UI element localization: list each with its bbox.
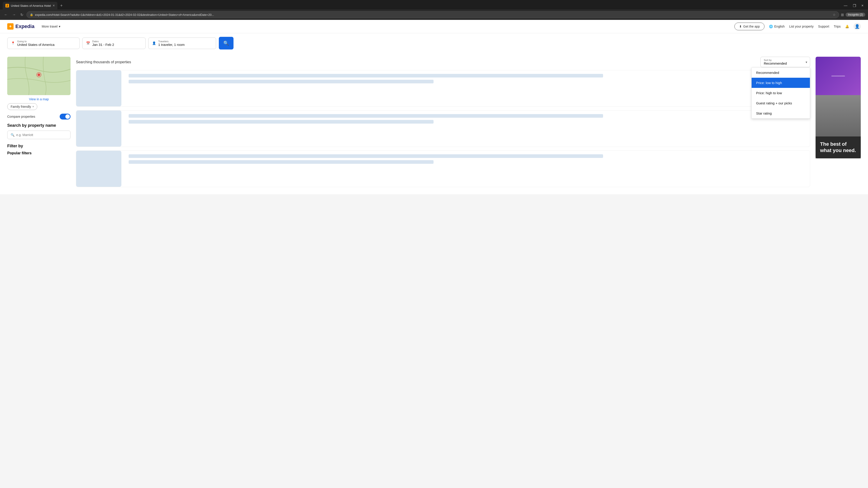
- restore-button[interactable]: ❐: [851, 3, 858, 8]
- forward-button[interactable]: →: [11, 12, 17, 18]
- sort-dropdown: Recommended Price: low to high Price: hi…: [751, 67, 810, 119]
- active-tab[interactable]: Z United States of America Hotel ×: [3, 2, 57, 9]
- property-search-input[interactable]: [16, 133, 67, 137]
- dates-label: Dates: [92, 40, 114, 43]
- going-to-field[interactable]: 📍 Going to United States of America: [7, 37, 80, 49]
- results-header: Searching thousands of properties Sort b…: [76, 57, 810, 67]
- list-property-label: List your property: [789, 25, 813, 28]
- searching-text: Searching thousands of properties: [76, 60, 131, 64]
- travelers-field[interactable]: 👤 Travelers 1 traveler, 1 room: [148, 37, 216, 49]
- sort-option-price-high-low[interactable]: Price: high to low: [752, 88, 810, 98]
- property-search-container: 🔍: [7, 131, 70, 139]
- header: ✈ Expedia More travel ▾ ⬇ Get the app 🌐 …: [0, 20, 868, 33]
- loading-bar: [129, 74, 603, 77]
- dates-value: Jan 31 - Feb 2: [92, 43, 114, 46]
- loading-bar: [129, 120, 434, 124]
- support-button[interactable]: Support: [818, 25, 829, 28]
- notifications-button[interactable]: 🔔: [845, 25, 849, 28]
- logo-icon: ✈: [7, 23, 13, 30]
- search-bar: 📍 Going to United States of America 📅 Da…: [0, 33, 868, 53]
- bookmark-icon[interactable]: ☆: [833, 13, 836, 17]
- refresh-button[interactable]: ↻: [19, 12, 25, 18]
- going-to-content: Going to United States of America: [17, 40, 55, 46]
- loading-bar: [129, 80, 434, 84]
- hotel-image-skeleton-3: [76, 151, 121, 187]
- hotel-info-skeleton-3: [125, 151, 810, 187]
- logo[interactable]: ✈ Expedia: [7, 23, 34, 30]
- filter-tags: Family friendly ×: [7, 103, 70, 110]
- tab-close-icon[interactable]: ×: [53, 4, 55, 8]
- trips-button[interactable]: Trips: [834, 25, 841, 28]
- url-text: expedia.com/Hotel-Search?adults=1&childr…: [35, 13, 831, 17]
- close-button[interactable]: ×: [860, 3, 865, 8]
- support-label: Support: [818, 25, 829, 28]
- sort-option-star-rating[interactable]: Star rating: [752, 108, 810, 119]
- ad-tagline: The best of what you need.: [820, 141, 856, 154]
- hotel-image-skeleton-1: [76, 70, 121, 106]
- back-button[interactable]: ←: [3, 12, 9, 18]
- ad-top: [815, 57, 861, 95]
- ad-decoration-line: [831, 76, 845, 76]
- tab-favicon: Z: [5, 4, 9, 7]
- loading-bar: [129, 154, 603, 158]
- hotel-info-skeleton-1: [125, 70, 810, 106]
- ad-panel: The best of what you need.: [815, 57, 861, 191]
- hotel-card-loading-3: [76, 151, 810, 187]
- going-to-value: United States of America: [17, 43, 55, 46]
- language-button[interactable]: 🌐 English: [769, 25, 784, 28]
- sort-trigger[interactable]: Sort by Recommended ▾: [761, 57, 810, 67]
- extensions-area: ⊞ Incognito (2): [841, 13, 865, 17]
- language-label: English: [774, 25, 784, 28]
- svg-point-1: [37, 73, 40, 76]
- toggle-x-icon: ✕: [67, 115, 69, 118]
- travelers-content: Travelers 1 traveler, 1 room: [158, 40, 185, 46]
- more-travel-label: More travel: [41, 25, 57, 28]
- ad-room-image: The best of what you need.: [815, 95, 861, 158]
- filter-by-section: Filter by Popular filters: [7, 144, 70, 155]
- hotel-card-loading-1: [76, 70, 810, 107]
- trips-label: Trips: [834, 25, 841, 28]
- compare-label: Compare properties: [7, 115, 35, 119]
- popular-filters-label: Popular filters: [7, 151, 70, 155]
- sort-option-price-low-high[interactable]: Price: low to high: [752, 78, 810, 88]
- sidebar: View in a map Family friendly × Compare …: [7, 57, 70, 191]
- user-avatar[interactable]: 👤: [854, 23, 861, 30]
- family-friendly-filter[interactable]: Family friendly ×: [7, 103, 37, 110]
- compare-properties-row: Compare properties ✕: [7, 113, 70, 120]
- search-button[interactable]: 🔍: [219, 37, 234, 50]
- sort-option-recommended[interactable]: Recommended: [752, 68, 810, 78]
- loading-bar: [129, 114, 603, 118]
- more-travel-button[interactable]: More travel ▾: [39, 23, 63, 30]
- travelers-label: Travelers: [158, 40, 185, 43]
- browser-controls: ← → ↻ 🔒 expedia.com/Hotel-Search?adults=…: [0, 9, 868, 20]
- window-controls: — ❐ ×: [842, 3, 865, 8]
- lock-icon: 🔒: [30, 13, 33, 16]
- chevron-down-icon: ▾: [59, 25, 60, 28]
- extensions-button[interactable]: ⊞: [841, 13, 844, 17]
- view-in-map-link[interactable]: View in a map: [7, 95, 70, 103]
- get-app-button[interactable]: ⬇ Get the app: [735, 23, 765, 30]
- map-roads: [7, 57, 70, 95]
- tab-title: United States of America Hotel: [11, 4, 51, 7]
- header-right: ⬇ Get the app 🌐 English List your proper…: [735, 23, 861, 30]
- incognito-badge: Incognito (2): [846, 13, 865, 17]
- address-bar[interactable]: 🔒 expedia.com/Hotel-Search?adults=1&chil…: [26, 11, 839, 18]
- calendar-icon: 📅: [86, 41, 90, 45]
- remove-filter-icon[interactable]: ×: [32, 105, 34, 108]
- bell-icon: 🔔: [845, 25, 849, 28]
- browser-chrome: Z United States of America Hotel × + — ❐…: [0, 0, 868, 20]
- content-area: View in a map Family friendly × Compare …: [0, 53, 868, 194]
- list-property-button[interactable]: List your property: [789, 25, 813, 28]
- hotel-info-skeleton-2: [125, 110, 810, 147]
- filter-by-title: Filter by: [7, 144, 70, 149]
- travelers-value: 1 traveler, 1 room: [158, 43, 185, 46]
- compare-toggle[interactable]: ✕: [60, 113, 70, 120]
- sort-option-guest-rating[interactable]: Guest rating + our picks: [752, 98, 810, 108]
- location-icon: 📍: [11, 41, 15, 45]
- loading-bar: [129, 160, 434, 164]
- hotel-list: Searching thousands of properties Sort b…: [76, 57, 810, 191]
- dates-field[interactable]: 📅 Dates Jan 31 - Feb 2: [82, 37, 146, 49]
- new-tab-button[interactable]: +: [58, 2, 64, 9]
- sort-container: Sort by Recommended ▾ Recommended Price:…: [761, 57, 810, 67]
- minimize-button[interactable]: —: [842, 3, 849, 8]
